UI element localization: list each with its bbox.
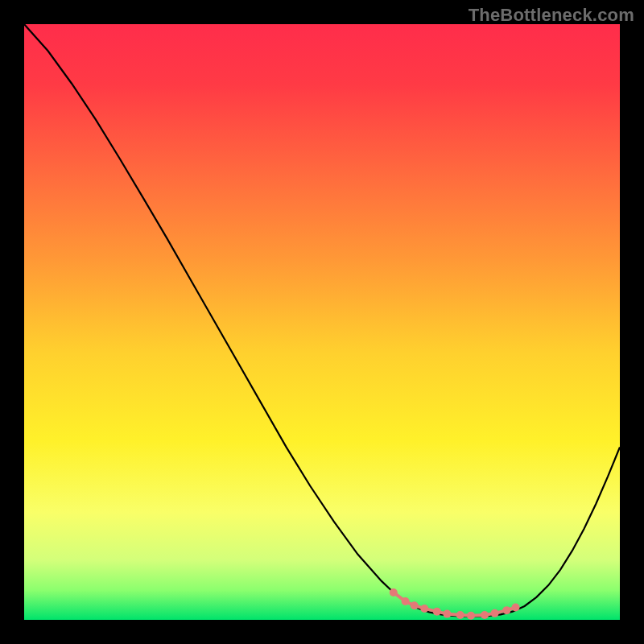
marker-dot [411,601,419,609]
marker-dot [456,611,464,619]
marker-dot [481,611,489,619]
gradient-background [24,24,620,620]
marker-dot [502,606,510,614]
marker-dot [420,605,428,613]
marker-dot [433,608,441,616]
chart-frame: TheBottleneck.com [0,0,644,644]
marker-dot [390,588,398,597]
plot-svg [24,24,620,620]
marker-dot [467,612,475,620]
marker-dot [443,610,451,618]
marker-dot [491,609,499,617]
marker-dot [512,603,520,611]
marker-dot [402,597,410,605]
plot-area [24,24,620,620]
watermark-text: TheBottleneck.com [469,5,634,26]
